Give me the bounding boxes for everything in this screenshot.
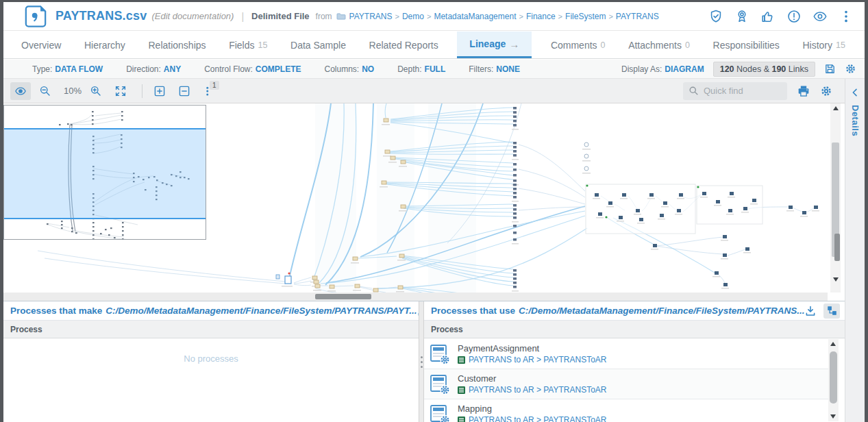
scroll-down-arrow[interactable] [833, 277, 839, 282]
tab-bar: Overview Hierarchy Relationships Fields1… [3, 32, 865, 59]
display-as-selector[interactable]: Display As:DIAGRAM [621, 64, 704, 74]
tab-data-sample[interactable]: Data Sample [286, 32, 350, 58]
diagram-horizontal-scrollbar[interactable] [3, 293, 828, 301]
process-row[interactable]: Mapping PAYTRANS to AR > PAYTRANSToAR [424, 399, 828, 422]
award-ribbon-icon[interactable] [734, 9, 749, 24]
breadcrumb-item[interactable]: FileSystem [565, 12, 606, 21]
scroll-down-arrow[interactable] [830, 414, 836, 419]
tab-badge: 0 [685, 40, 690, 50]
scrollbar-thumb[interactable] [834, 234, 840, 261]
tab-responsibilities[interactable]: Responsibilities [709, 32, 784, 58]
scroll-up-arrow[interactable] [830, 342, 836, 346]
tab-attachments[interactable]: Attachments0 [624, 32, 694, 58]
tab-overview[interactable]: Overview [17, 32, 65, 58]
process-name: PaymentAssignment [458, 343, 607, 353]
process-panels: Processes that make C:/Demo/MetadataMana… [3, 301, 845, 422]
scroll-up-arrow[interactable] [833, 106, 839, 110]
breadcrumb-item[interactable]: Demo [402, 12, 424, 21]
scrollbar-thumb[interactable] [315, 294, 371, 299]
process-mapping-icon [430, 373, 451, 395]
tab-related-reports[interactable]: Related Reports [365, 32, 443, 58]
process-row[interactable]: Customer PAYTRANS to AR > PAYTRANSToAR [424, 369, 828, 399]
panel-title: Processes that make [10, 306, 102, 316]
settings-gear-icon[interactable] [845, 63, 856, 75]
filter-direction[interactable]: Direction:ANY [126, 64, 181, 74]
collapse-all-button[interactable] [174, 82, 195, 100]
fit-to-screen-button[interactable] [110, 82, 131, 100]
metadata-manager-window: PAYTRANS.csv (Edit documentation) | Deli… [0, 0, 868, 422]
process-mapping-icon [430, 343, 451, 365]
breadcrumb-item[interactable]: PAYTRANS [616, 12, 659, 21]
header-divider: | [241, 11, 244, 22]
filter-control-flow[interactable]: Control Flow:COMPLETE [204, 64, 301, 74]
filter-filters[interactable]: Filters:NONE [469, 64, 520, 74]
lineage-arrow-icon: → [509, 38, 519, 50]
process-column-header: Process [424, 321, 845, 338]
tab-hierarchy[interactable]: Hierarchy [80, 32, 129, 58]
shield-check-icon[interactable] [708, 9, 723, 24]
save-diagram-icon[interactable] [824, 63, 836, 75]
search-icon [689, 86, 699, 96]
panel-splitter[interactable] [419, 301, 424, 422]
tab-relationships[interactable]: Relationships [144, 32, 210, 58]
eye-icon[interactable] [813, 9, 828, 24]
process-path[interactable]: PAYTRANS to AR > PAYTRANSToAR [469, 415, 607, 422]
process-mapping-icon [430, 404, 451, 422]
process-row[interactable]: PaymentAssignment PAYTRANS to AR > PAYTR… [424, 339, 828, 369]
tab-fields[interactable]: Fields15 [225, 32, 271, 58]
panel-title-path: C:/Demo/MetadataManagement/Finance/FileS… [106, 306, 417, 316]
expand-all-button[interactable] [149, 82, 170, 100]
process-column-header: Process [3, 321, 419, 338]
tab-badge: 0 [601, 40, 606, 50]
process-list-scrollbar[interactable] [828, 339, 839, 421]
filter-type[interactable]: Type:DATA FLOW [32, 64, 103, 74]
entity-header: PAYTRANS.csv (Edit documentation) | Deli… [3, 2, 865, 31]
thumbs-up-icon[interactable] [760, 9, 776, 24]
kebab-menu-icon[interactable] [839, 9, 854, 24]
breadcrumb-item[interactable]: PAYTRANS [349, 12, 393, 21]
tab-history[interactable]: History15 [798, 32, 849, 58]
minimap-viewport[interactable] [4, 128, 206, 219]
zoom-in-button[interactable] [86, 82, 106, 100]
tab-lineage[interactable]: Lineage→ [457, 32, 532, 58]
process-path[interactable]: PAYTRANS to AR > PAYTRANSToAR [469, 385, 607, 395]
file-type-label: Delimited File [251, 11, 310, 21]
breadcrumb: PAYTRANS> Demo> MetadataManagement> Fina… [349, 12, 659, 21]
process-name: Customer [458, 373, 607, 384]
toolbar-divider [142, 84, 142, 98]
overview-eye-button[interactable] [10, 82, 31, 100]
details-panel-label[interactable]: Details [850, 105, 860, 136]
page-title: PAYTRANS.csv [55, 9, 147, 23]
overflow-count-badge: 1 [210, 81, 219, 90]
mapping-sheet-icon [458, 356, 465, 364]
diagram-toolbar: 10% 1 [3, 79, 845, 103]
folder-icon [336, 12, 346, 21]
diagram-vertical-scrollbar[interactable] [830, 103, 841, 293]
zoom-level-label: 10% [64, 86, 82, 96]
overflow-menu-button[interactable]: 1 [199, 82, 219, 100]
process-path[interactable]: PAYTRANS to AR > PAYTRANSToAR [469, 355, 607, 364]
diagram-minimap[interactable] [3, 105, 206, 240]
alert-circle-icon[interactable] [786, 9, 802, 24]
nodes-links-count: 120 Nodes & 190 Links [713, 62, 815, 77]
download-icon[interactable] [417, 305, 419, 317]
lineage-diagram-canvas[interactable] [3, 103, 845, 301]
expand-details-chevron-icon[interactable] [850, 87, 860, 98]
breadcrumb-item[interactable]: Finance [526, 12, 556, 21]
tab-badge: 15 [836, 40, 845, 50]
diagram-settings-gear-icon[interactable] [820, 85, 832, 97]
filter-columns[interactable]: Columns:NO [325, 64, 375, 74]
breadcrumb-item[interactable]: MetadataManagement [434, 12, 516, 21]
zoom-out-button[interactable] [35, 82, 55, 100]
tab-comments[interactable]: Comments0 [547, 32, 610, 58]
tab-badge: 15 [258, 40, 268, 50]
processes-that-make-panel: Processes that make C:/Demo/MetadataMana… [3, 301, 419, 422]
filter-depth[interactable]: Depth:FULL [397, 64, 445, 74]
edit-documentation-link[interactable]: (Edit documentation) [151, 11, 234, 21]
print-icon[interactable] [797, 84, 810, 98]
mapping-sheet-icon [458, 417, 465, 422]
tree-view-toggle-icon[interactable] [823, 303, 840, 319]
mapping-sheet-icon [458, 386, 465, 394]
scrollbar-thumb[interactable] [830, 351, 837, 404]
download-icon[interactable] [804, 305, 817, 317]
